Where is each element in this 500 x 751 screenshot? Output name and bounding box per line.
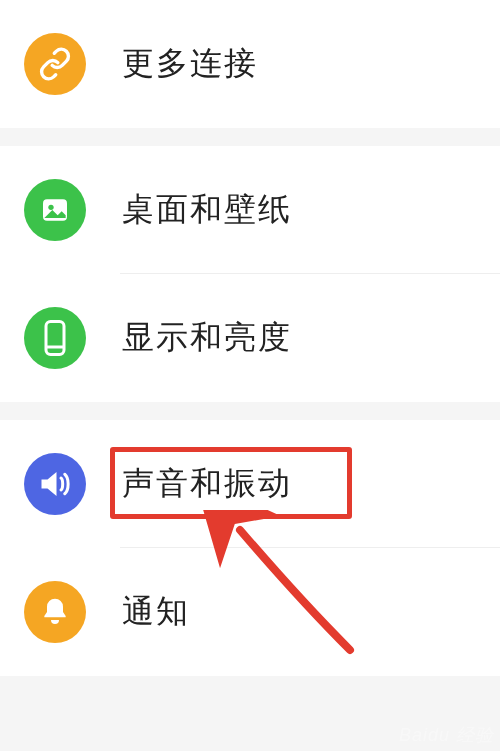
display-brightness-row[interactable]: 显示和亮度 [0,274,500,402]
svg-point-1 [48,205,53,210]
more-connections-row[interactable]: 更多连接 [0,0,500,128]
speaker-icon [24,453,86,515]
more-connections-label: 更多连接 [122,42,258,86]
notifications-row[interactable]: 通知 [0,548,500,676]
phone-icon [24,307,86,369]
settings-group: 更多连接 [0,0,500,128]
watermark: Baidu 经验 [399,723,494,747]
home-wallpaper-label: 桌面和壁纸 [122,188,292,232]
settings-group: 桌面和壁纸 显示和亮度 [0,146,500,402]
home-wallpaper-row[interactable]: 桌面和壁纸 [0,146,500,274]
sound-vibration-label: 声音和振动 [122,462,292,506]
image-icon [24,179,86,241]
link-icon [24,33,86,95]
settings-group: 声音和振动 通知 [0,420,500,676]
display-brightness-label: 显示和亮度 [122,316,292,360]
bell-icon [24,581,86,643]
svg-rect-2 [46,322,64,355]
sound-vibration-row[interactable]: 声音和振动 [0,420,500,548]
notifications-label: 通知 [122,590,190,634]
